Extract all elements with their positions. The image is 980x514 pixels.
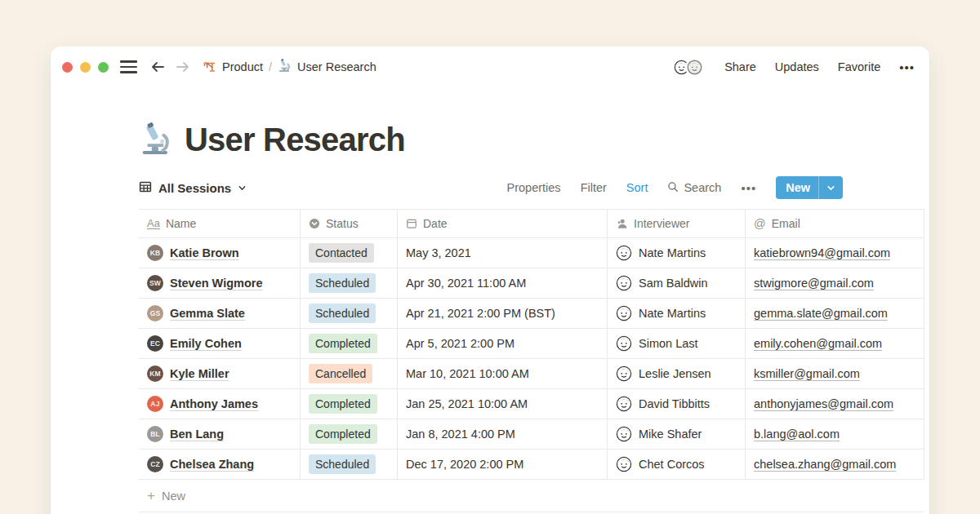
- email-link[interactable]: anthonyjames@gmail.com: [754, 397, 893, 410]
- table-row[interactable]: EC Emily Cohen Completed Apr 5, 2021 2:0…: [139, 329, 924, 359]
- name-cell[interactable]: BL Ben Lang: [139, 419, 301, 450]
- filter-button[interactable]: Filter: [581, 181, 607, 194]
- email-link[interactable]: gemma.slate@gmail.com: [754, 307, 888, 320]
- name-cell[interactable]: GS Gemma Slate: [139, 299, 301, 329]
- date-cell[interactable]: Jan 25, 2021 10:00 AM: [398, 389, 608, 419]
- new-row-button[interactable]: + New: [139, 480, 924, 512]
- table-body: KB Katie Brown Contacted May 3, 2021 Nat…: [139, 238, 924, 480]
- date-cell[interactable]: Mar 10, 2021 10:00 AM: [398, 359, 608, 389]
- participant-name-link[interactable]: Ben Lang: [170, 428, 224, 441]
- table-row[interactable]: GS Gemma Slate Scheduled Apr 21, 2021 2:…: [139, 299, 924, 329]
- sort-button[interactable]: Sort: [626, 181, 648, 194]
- interviewer-cell[interactable]: Leslie Jensen: [608, 359, 746, 389]
- date-cell[interactable]: Apr 30, 2021 11:00 AM: [398, 268, 608, 299]
- date-cell[interactable]: May 3, 2021: [398, 238, 608, 268]
- email-link[interactable]: stwigmore@gmail.com: [754, 277, 874, 290]
- status-badge: Scheduled: [309, 304, 376, 323]
- column-header-status[interactable]: Status: [301, 210, 398, 238]
- interviewer-cell[interactable]: David Tibbitts: [608, 389, 746, 419]
- interviewer-cell[interactable]: Chet Corcos: [608, 450, 746, 480]
- table-row[interactable]: BL Ben Lang Completed Jan 8, 2021 4:00 P…: [139, 419, 924, 450]
- more-options-icon[interactable]: •••: [899, 60, 915, 74]
- participant-name-link[interactable]: Gemma Slate: [170, 307, 245, 320]
- name-cell[interactable]: KB Katie Brown: [139, 238, 301, 268]
- date-cell[interactable]: Apr 5, 2021 2:00 PM: [398, 329, 608, 359]
- interviewer-cell[interactable]: Mike Shafer: [608, 419, 746, 450]
- participant-name-link[interactable]: Kyle Miller: [170, 367, 229, 380]
- sidebar-menu-icon[interactable]: [120, 60, 137, 73]
- column-header-interviewer[interactable]: Interviewer: [608, 210, 746, 238]
- date-cell[interactable]: Dec 17, 2020 2:00 PM: [398, 450, 608, 480]
- email-cell[interactable]: chelsea.zhang@gmail.com: [746, 450, 924, 480]
- interviewer-name: Sam Baldwin: [639, 277, 708, 290]
- email-cell[interactable]: b.lang@aol.com: [746, 419, 924, 450]
- name-cell[interactable]: EC Emily Cohen: [139, 329, 301, 359]
- participant-name-link[interactable]: Katie Brown: [170, 246, 239, 259]
- email-cell[interactable]: emily.cohen@gmail.com: [746, 329, 924, 359]
- search-button[interactable]: Search: [667, 181, 721, 195]
- table-row[interactable]: KM Kyle Miller Cancelled Mar 10, 2021 10…: [139, 359, 924, 389]
- share-button[interactable]: Share: [724, 60, 756, 73]
- email-link[interactable]: ksmiller@gmail.com: [754, 367, 860, 380]
- participant-name-link[interactable]: Anthony James: [170, 397, 258, 410]
- new-button[interactable]: New: [776, 176, 843, 199]
- close-window-button[interactable]: [62, 62, 73, 73]
- table-row[interactable]: KB Katie Brown Contacted May 3, 2021 Nat…: [139, 238, 924, 268]
- email-link[interactable]: chelsea.zhang@gmail.com: [754, 458, 896, 471]
- email-link[interactable]: katiebrown94@gmail.com: [754, 246, 890, 259]
- forward-arrow-icon[interactable]: [176, 60, 190, 73]
- back-arrow-icon[interactable]: [150, 60, 165, 73]
- email-cell[interactable]: gemma.slate@gmail.com: [746, 299, 924, 329]
- status-cell[interactable]: Completed: [301, 329, 398, 359]
- interviewer-cell[interactable]: Sam Baldwin: [608, 268, 746, 299]
- name-cell[interactable]: AJ Anthony James: [139, 389, 301, 419]
- interviewer-cell[interactable]: Nate Martins: [608, 299, 746, 329]
- email-property-icon: @: [754, 217, 766, 230]
- name-cell[interactable]: CZ Chelsea Zhang: [139, 450, 301, 480]
- table-row[interactable]: SW Steven Wigmore Scheduled Apr 30, 2021…: [139, 268, 924, 299]
- breadcrumb-item-product[interactable]: Product: [203, 60, 263, 75]
- status-cell[interactable]: Completed: [301, 419, 398, 450]
- column-header-date[interactable]: Date: [398, 210, 608, 238]
- interviewer-cell[interactable]: Simon Last: [608, 329, 746, 359]
- status-cell[interactable]: Completed: [301, 389, 398, 419]
- column-header-email[interactable]: @ Email: [746, 210, 924, 238]
- email-link[interactable]: emily.cohen@gmail.com: [754, 337, 882, 350]
- participant-name-link[interactable]: Chelsea Zhang: [170, 458, 254, 471]
- status-cell[interactable]: Scheduled: [301, 299, 398, 329]
- column-label: Email: [772, 217, 800, 230]
- participant-avatar: EC: [147, 335, 163, 352]
- participant-name-link[interactable]: Steven Wigmore: [170, 277, 262, 290]
- email-cell[interactable]: anthonyjames@gmail.com: [746, 389, 924, 419]
- date-cell[interactable]: Jan 8, 2021 4:00 PM: [398, 419, 608, 450]
- name-cell[interactable]: KM Kyle Miller: [139, 359, 301, 389]
- updates-button[interactable]: Updates: [775, 60, 819, 73]
- status-cell[interactable]: Scheduled: [301, 450, 398, 480]
- page-title: User Research: [185, 122, 405, 158]
- toolbar-more-icon[interactable]: •••: [741, 181, 756, 195]
- email-cell[interactable]: stwigmore@gmail.com: [746, 268, 924, 299]
- participant-name-link[interactable]: Emily Cohen: [170, 337, 242, 350]
- breadcrumb-item-user-research[interactable]: User Research: [278, 59, 376, 75]
- column-header-name[interactable]: Aa Name: [139, 210, 301, 238]
- collaborator-avatar[interactable]: [685, 58, 704, 77]
- table-row[interactable]: AJ Anthony James Completed Jan 25, 2021 …: [139, 389, 924, 419]
- date-value: Dec 17, 2020 2:00 PM: [406, 458, 523, 471]
- zoom-window-button[interactable]: [98, 62, 109, 73]
- minimize-window-button[interactable]: [80, 62, 91, 73]
- email-cell[interactable]: katiebrown94@gmail.com: [746, 238, 924, 268]
- date-cell[interactable]: Apr 21, 2021 2:00 PM (BST): [398, 299, 608, 329]
- interviewer-cell[interactable]: Nate Martins: [608, 238, 746, 268]
- status-cell[interactable]: Scheduled: [301, 268, 398, 299]
- status-cell[interactable]: Contacted: [301, 238, 398, 268]
- view-switcher[interactable]: All Sessions: [139, 180, 247, 196]
- properties-button[interactable]: Properties: [507, 181, 561, 194]
- new-button-chevron-icon[interactable]: [819, 184, 843, 193]
- email-cell[interactable]: ksmiller@gmail.com: [746, 359, 924, 389]
- favorite-button[interactable]: Favorite: [838, 60, 880, 73]
- name-cell[interactable]: SW Steven Wigmore: [139, 268, 301, 299]
- status-cell[interactable]: Cancelled: [301, 359, 398, 389]
- page-microscope-icon[interactable]: [139, 122, 173, 157]
- table-row[interactable]: CZ Chelsea Zhang Scheduled Dec 17, 2020 …: [139, 450, 924, 480]
- email-link[interactable]: b.lang@aol.com: [754, 428, 840, 441]
